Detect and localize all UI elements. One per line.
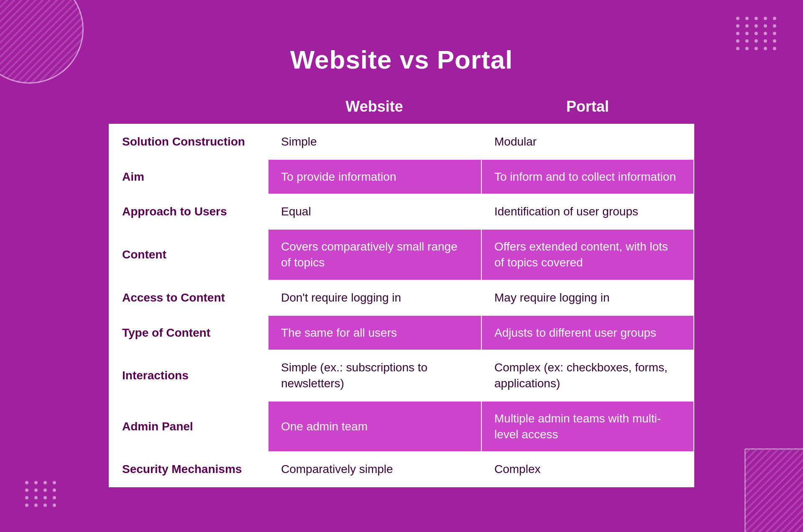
row-label: Solution Construction: [109, 124, 268, 159]
row-portal-value: Adjusts to different user groups: [481, 315, 694, 350]
row-label: Security Mechanisms: [109, 452, 268, 487]
row-website-value: One admin team: [268, 401, 481, 452]
row-website-value: Comparatively simple: [268, 452, 481, 487]
table-row: Type of ContentThe same for all usersAdj…: [109, 315, 694, 350]
row-website-value: Covers comparatively small range of topi…: [268, 229, 481, 280]
table-row: ContentCovers comparatively small range …: [109, 229, 694, 280]
row-portal-value: To inform and to collect information: [481, 159, 694, 194]
decorative-dots-bottomleft: [25, 481, 58, 507]
table-row: Approach to UsersEqualIdentification of …: [109, 194, 694, 229]
comparison-table: Solution ConstructionSimpleModularAimTo …: [109, 124, 694, 488]
table-row: Solution ConstructionSimpleModular: [109, 124, 694, 159]
page-title: Website vs Portal: [290, 45, 513, 74]
decorative-stripe-bottomright: [744, 448, 803, 532]
table-row: InteractionsSimple (ex.: subscriptions t…: [109, 350, 694, 401]
col-header-portal: Portal: [481, 91, 694, 124]
col-header-website: Website: [268, 91, 481, 124]
row-label: Aim: [109, 159, 268, 194]
row-website-value: Don't require logging in: [268, 280, 481, 315]
row-portal-value: Complex (ex: checkboxes, forms, applicat…: [481, 350, 694, 401]
row-label: Type of Content: [109, 315, 268, 350]
table-row: Security MechanismsComparatively simpleC…: [109, 452, 694, 487]
row-portal-value: Complex: [481, 452, 694, 487]
comparison-section: Website Portal Solution ConstructionSimp…: [109, 91, 694, 488]
table-row: AimTo provide informationTo inform and t…: [109, 159, 694, 194]
row-website-value: To provide information: [268, 159, 481, 194]
row-label: Approach to Users: [109, 194, 268, 229]
row-website-value: The same for all users: [268, 315, 481, 350]
table-row: Admin PanelOne admin teamMultiple admin …: [109, 401, 694, 452]
row-portal-value: May require logging in: [481, 280, 694, 315]
row-portal-value: Offers extended content, with lots of to…: [481, 229, 694, 280]
column-headers: Website Portal: [109, 91, 694, 124]
row-portal-value: Modular: [481, 124, 694, 159]
decorative-circle-topleft: [0, 0, 84, 84]
row-website-value: Simple: [268, 124, 481, 159]
row-label: Content: [109, 229, 268, 280]
col-header-empty: [109, 91, 268, 124]
row-portal-value: Multiple admin teams with multi-level ac…: [481, 401, 694, 452]
row-portal-value: Identification of user groups: [481, 194, 694, 229]
decorative-dots-topright: [736, 17, 778, 50]
row-label: Admin Panel: [109, 401, 268, 452]
table-row: Access to ContentDon't require logging i…: [109, 280, 694, 315]
row-website-value: Simple (ex.: subscriptions to newsletter…: [268, 350, 481, 401]
row-label: Access to Content: [109, 280, 268, 315]
row-label: Interactions: [109, 350, 268, 401]
row-website-value: Equal: [268, 194, 481, 229]
